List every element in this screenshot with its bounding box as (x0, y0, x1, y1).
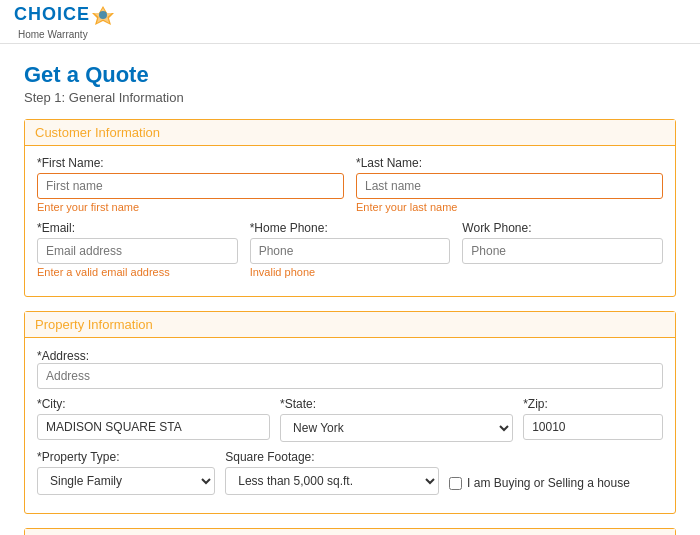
header: CHOICE Home Warranty (0, 0, 700, 44)
city-state-zip-row: *City: *State: New York California Texas… (37, 397, 663, 442)
property-type-label: *Property Type: (37, 450, 215, 464)
first-name-group: *First Name: Enter your first name (37, 156, 344, 213)
customer-section-body: *First Name: Enter your first name *Last… (25, 146, 675, 296)
square-footage-group: Square Footage: Less than 5,000 sq.ft. 5… (225, 450, 439, 495)
home-phone-group: *Home Phone: Invalid phone (250, 221, 451, 278)
property-type-group: *Property Type: Single Family Condo Town… (37, 450, 215, 495)
page-subtitle: Step 1: General Information (24, 90, 676, 105)
property-information-section: Property Information *Address: *City: *S… (24, 311, 676, 514)
square-footage-select[interactable]: Less than 5,000 sq.ft. 5,000 - 10,000 sq… (225, 467, 439, 495)
name-row: *First Name: Enter your first name *Last… (37, 156, 663, 213)
zip-input[interactable] (523, 414, 663, 440)
work-phone-group: Work Phone: (462, 221, 663, 278)
last-name-group: *Last Name: Enter your last name (356, 156, 663, 213)
first-name-label: *First Name: (37, 156, 344, 170)
logo-icon (92, 4, 114, 26)
address-row: *Address: (37, 348, 663, 389)
first-name-error: Enter your first name (37, 201, 344, 213)
buying-selling-group: I am Buying or Selling a house (449, 476, 663, 495)
logo: CHOICE Home Warranty (14, 4, 114, 40)
zip-group: *Zip: (523, 397, 663, 442)
property-section-header: Property Information (25, 312, 675, 338)
work-phone-input[interactable] (462, 238, 663, 264)
last-name-input[interactable] (356, 173, 663, 199)
property-section-body: *Address: *City: *State: New York Califo… (25, 338, 675, 513)
home-phone-label: *Home Phone: (250, 221, 451, 235)
address-input[interactable] (37, 363, 663, 389)
customer-section-header: Customer Information (25, 120, 675, 146)
city-group: *City: (37, 397, 270, 442)
state-group: *State: New York California Texas Florid… (280, 397, 513, 442)
customer-information-section: Customer Information *First Name: Enter … (24, 119, 676, 297)
property-type-select[interactable]: Single Family Condo Townhouse Multi-Fami… (37, 467, 215, 495)
email-label: *Email: (37, 221, 238, 235)
city-input[interactable] (37, 414, 270, 440)
logo-subtitle: Home Warranty (18, 30, 114, 40)
property-type-row: *Property Type: Single Family Condo Town… (37, 450, 663, 495)
work-phone-label: Work Phone: (462, 221, 663, 235)
email-group: *Email: Enter a valid email address (37, 221, 238, 278)
state-select[interactable]: New York California Texas Florida (280, 414, 513, 442)
city-label: *City: (37, 397, 270, 411)
last-name-label: *Last Name: (356, 156, 663, 170)
page-title: Get a Quote (24, 62, 676, 88)
state-label: *State: (280, 397, 513, 411)
email-input[interactable] (37, 238, 238, 264)
buying-selling-label[interactable]: I am Buying or Selling a house (467, 476, 630, 490)
first-name-input[interactable] (37, 173, 344, 199)
promotions-section: Promotions: Promo Code: (24, 528, 676, 535)
buying-selling-checkbox[interactable] (449, 477, 462, 490)
email-error: Enter a valid email address (37, 266, 238, 278)
promotions-section-header: Promotions: (25, 529, 675, 535)
svg-point-2 (99, 11, 107, 19)
home-phone-input[interactable] (250, 238, 451, 264)
last-name-error: Enter your last name (356, 201, 663, 213)
address-label: *Address: (37, 349, 89, 363)
square-footage-label: Square Footage: (225, 450, 439, 464)
home-phone-error: Invalid phone (250, 266, 451, 278)
contact-row: *Email: Enter a valid email address *Hom… (37, 221, 663, 278)
zip-label: *Zip: (523, 397, 663, 411)
main-content: Get a Quote Step 1: General Information … (0, 44, 700, 535)
logo-text: CHOICE (14, 4, 90, 25)
